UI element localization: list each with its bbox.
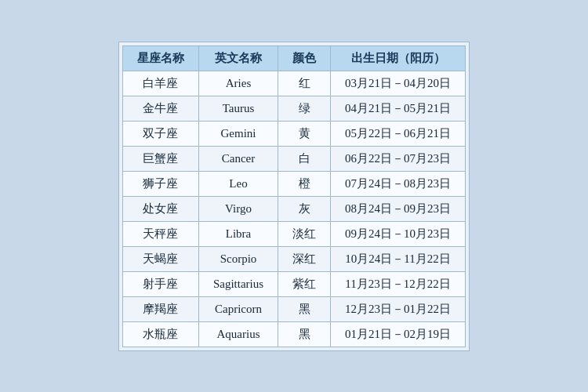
table-cell: 05月22日－06月21日	[331, 121, 466, 146]
table-cell: Sagittarius	[198, 271, 278, 296]
table-row: 白羊座Aries红03月21日－04月20日	[122, 71, 465, 96]
table-cell: 11月23日－12月22日	[331, 271, 466, 296]
table-cell: 射手座	[122, 271, 198, 296]
column-header: 星座名称	[122, 45, 198, 71]
table-cell: 灰	[278, 196, 331, 221]
table-cell: Virgo	[198, 196, 278, 221]
table-cell: Taurus	[198, 96, 278, 121]
table-cell: Aquarius	[198, 321, 278, 347]
table-cell: 绿	[278, 96, 331, 121]
table-cell: 摩羯座	[122, 296, 198, 321]
table-cell: 白羊座	[122, 71, 198, 96]
table-cell: 水瓶座	[122, 321, 198, 347]
table-row: 摩羯座Capricorn黑12月23日－01月22日	[122, 296, 465, 321]
table-cell: 10月24日－11月22日	[331, 246, 466, 271]
table-cell: Aries	[198, 71, 278, 96]
table-cell: 深红	[278, 246, 331, 271]
table-cell: Capricorn	[198, 296, 278, 321]
table-row: 射手座Sagittarius紫红11月23日－12月22日	[122, 271, 465, 296]
table-row: 巨蟹座Cancer白06月22日－07月23日	[122, 146, 465, 171]
table-cell: 03月21日－04月20日	[331, 71, 466, 96]
zodiac-table: 星座名称英文名称颜色出生日期（阳历） 白羊座Aries红03月21日－04月20…	[122, 45, 466, 347]
column-header: 英文名称	[198, 45, 278, 71]
table-row: 天秤座Libra淡红09月24日－10月23日	[122, 221, 465, 246]
table-cell: Scorpio	[198, 246, 278, 271]
table-cell: 天蝎座	[122, 246, 198, 271]
table-cell: 06月22日－07月23日	[331, 146, 466, 171]
table-cell: 04月21日－05月21日	[331, 96, 466, 121]
table-cell: 08月24日－09月23日	[331, 196, 466, 221]
table-row: 天蝎座Scorpio深红10月24日－11月22日	[122, 246, 465, 271]
table-cell: 淡红	[278, 221, 331, 246]
table-cell: 01月21日－02月19日	[331, 321, 466, 347]
column-header: 出生日期（阳历）	[331, 45, 466, 71]
table-cell: 天秤座	[122, 221, 198, 246]
table-cell: 白	[278, 146, 331, 171]
table-row: 水瓶座Aquarius黑01月21日－02月19日	[122, 321, 465, 347]
table-header-row: 星座名称英文名称颜色出生日期（阳历）	[122, 45, 465, 71]
table-cell: 黄	[278, 121, 331, 146]
table-cell: 巨蟹座	[122, 146, 198, 171]
table-cell: 橙	[278, 171, 331, 196]
table-cell: 红	[278, 71, 331, 96]
table-cell: 12月23日－01月22日	[331, 296, 466, 321]
table-row: 双子座Gemini黄05月22日－06月21日	[122, 121, 465, 146]
column-header: 颜色	[278, 45, 331, 71]
zodiac-table-wrapper: 星座名称英文名称颜色出生日期（阳历） 白羊座Aries红03月21日－04月20…	[118, 42, 470, 351]
table-cell: Libra	[198, 221, 278, 246]
table-cell: 07月24日－08月23日	[331, 171, 466, 196]
table-cell: 紫红	[278, 271, 331, 296]
table-cell: Leo	[198, 171, 278, 196]
table-cell: 黑	[278, 321, 331, 347]
table-cell: Cancer	[198, 146, 278, 171]
table-cell: 狮子座	[122, 171, 198, 196]
table-row: 金牛座Taurus绿04月21日－05月21日	[122, 96, 465, 121]
table-cell: 处女座	[122, 196, 198, 221]
table-row: 狮子座Leo橙07月24日－08月23日	[122, 171, 465, 196]
table-cell: 09月24日－10月23日	[331, 221, 466, 246]
table-cell: 金牛座	[122, 96, 198, 121]
table-row: 处女座Virgo灰08月24日－09月23日	[122, 196, 465, 221]
table-cell: 双子座	[122, 121, 198, 146]
table-cell: 黑	[278, 296, 331, 321]
table-cell: Gemini	[198, 121, 278, 146]
